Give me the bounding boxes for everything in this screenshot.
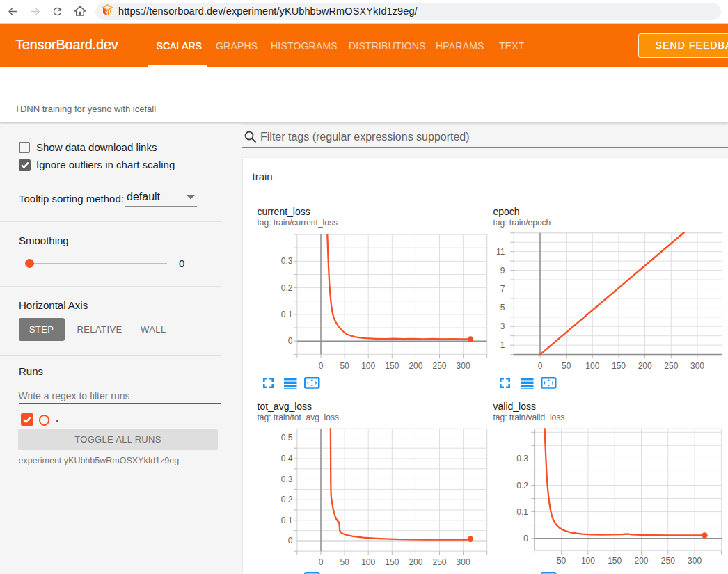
- svg-text:9: 9: [500, 266, 505, 276]
- svg-text:0.2: 0.2: [516, 481, 528, 491]
- svg-text:0.3: 0.3: [281, 256, 293, 266]
- svg-text:150: 150: [385, 361, 399, 371]
- svg-text:200: 200: [634, 556, 648, 566]
- svg-text:7: 7: [500, 284, 505, 294]
- svg-text:0.2: 0.2: [281, 283, 293, 293]
- svg-text:300: 300: [690, 361, 704, 371]
- svg-text:200: 200: [409, 361, 422, 371]
- svg-text:50: 50: [562, 361, 571, 371]
- svg-text:100: 100: [581, 556, 595, 566]
- svg-text:250: 250: [664, 361, 678, 371]
- svg-text:150: 150: [608, 556, 622, 566]
- svg-text:0: 0: [319, 557, 324, 567]
- svg-text:0: 0: [288, 536, 293, 545]
- svg-text:100: 100: [361, 361, 375, 371]
- svg-text:11: 11: [496, 247, 505, 257]
- svg-text:0.5: 0.5: [281, 433, 293, 443]
- svg-text:150: 150: [385, 557, 399, 567]
- svg-text:50: 50: [340, 361, 349, 371]
- svg-text:0.1: 0.1: [281, 310, 293, 319]
- svg-text:0.2: 0.2: [281, 495, 293, 504]
- svg-text:250: 250: [432, 361, 446, 371]
- svg-text:0: 0: [288, 336, 293, 346]
- svg-text:0.3: 0.3: [516, 454, 528, 463]
- svg-text:3: 3: [500, 321, 505, 331]
- svg-text:5: 5: [500, 303, 505, 312]
- svg-text:50: 50: [340, 557, 349, 567]
- svg-text:300: 300: [688, 556, 702, 566]
- svg-text:50: 50: [557, 556, 567, 566]
- svg-text:0.3: 0.3: [281, 475, 293, 484]
- svg-text:0.1: 0.1: [516, 507, 528, 517]
- svg-text:200: 200: [638, 361, 652, 371]
- svg-text:0: 0: [319, 361, 324, 371]
- svg-text:0.1: 0.1: [281, 516, 293, 525]
- svg-text:1: 1: [500, 340, 505, 350]
- svg-text:250: 250: [661, 556, 675, 566]
- svg-text:0.4: 0.4: [281, 454, 293, 463]
- svg-text:150: 150: [612, 361, 626, 371]
- svg-text:100: 100: [361, 557, 375, 567]
- svg-text:300: 300: [457, 361, 470, 371]
- svg-text:0: 0: [523, 534, 528, 543]
- svg-text:0: 0: [538, 361, 543, 371]
- svg-text:250: 250: [432, 557, 446, 567]
- svg-text:200: 200: [409, 557, 422, 567]
- svg-text:100: 100: [585, 361, 599, 371]
- svg-text:300: 300: [457, 557, 470, 567]
